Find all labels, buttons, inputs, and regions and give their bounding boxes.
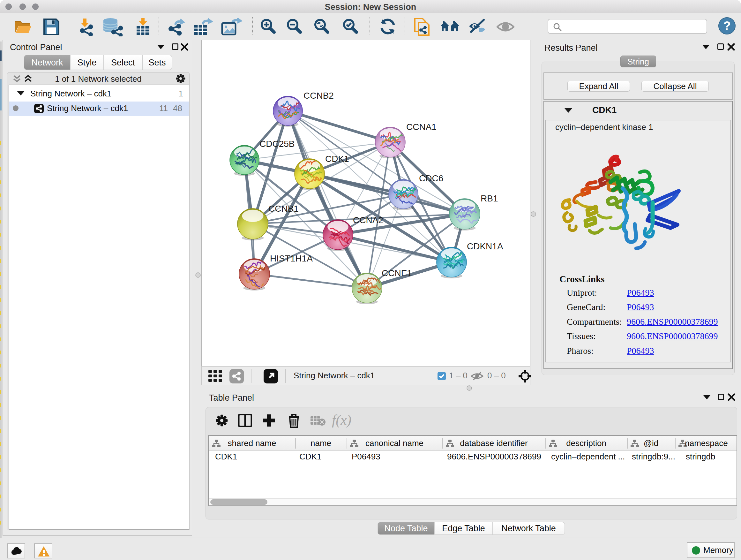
svg-text:CCNB1: CCNB1: [268, 204, 299, 213]
svg-text:CDK1: CDK1: [325, 154, 349, 164]
svg-text:HIST1H1A: HIST1H1A: [270, 253, 313, 263]
svg-text:CDC25B: CDC25B: [259, 139, 294, 149]
svg-text:CDKN1A: CDKN1A: [467, 241, 503, 251]
svg-text:RB1: RB1: [481, 193, 498, 203]
svg-text:CCNA1: CCNA1: [406, 122, 436, 132]
svg-text:CDC6: CDC6: [419, 173, 443, 183]
svg-text:CCNB2: CCNB2: [304, 91, 334, 101]
svg-text:?: ?: [723, 19, 731, 33]
svg-text:CCNA2: CCNA2: [353, 215, 383, 225]
svg-text:CCNE1: CCNE1: [382, 268, 412, 278]
